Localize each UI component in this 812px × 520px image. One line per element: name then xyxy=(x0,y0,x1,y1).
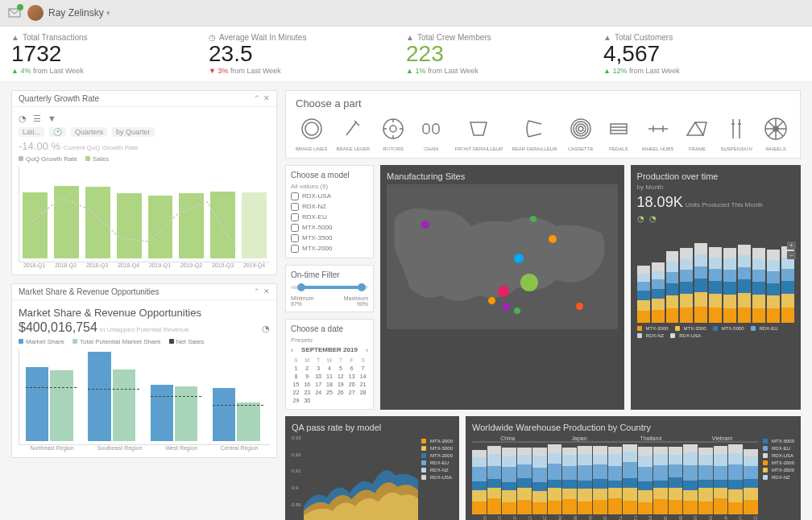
chart-icon[interactable]: ◔ xyxy=(262,324,270,334)
part-rotors[interactable]: ROTORS xyxy=(379,114,408,151)
calendar-day[interactable]: 11 xyxy=(325,373,335,380)
panel-choose-part: Choose a part BRAKE LINESBRAKE LEVERROTO… xyxy=(285,90,801,159)
collapse-icon[interactable]: ⌃ xyxy=(254,94,260,102)
calendar-day[interactable]: 19 xyxy=(335,381,346,388)
world-map[interactable] xyxy=(387,184,618,329)
calendar-day[interactable]: 14 xyxy=(358,373,368,380)
model-checkbox[interactable]: RDX-USA xyxy=(291,192,368,200)
next-month-icon[interactable]: › xyxy=(366,346,368,354)
collapse-icon[interactable]: ⌃ xyxy=(254,287,260,295)
calendar-day[interactable]: 8 xyxy=(291,373,301,380)
model-checkbox[interactable]: RDX-EU xyxy=(291,213,368,221)
growth-bar-chart xyxy=(19,166,270,262)
zoom-in-icon[interactable]: + xyxy=(787,241,796,250)
part-rear-derailleur[interactable]: REAR DERAILLEUR xyxy=(512,114,557,151)
calendar-day[interactable]: 30 xyxy=(302,397,313,404)
calendar-day[interactable]: 22 xyxy=(291,389,301,396)
filter-model: Choose a model All values (6) RDX-USARDX… xyxy=(285,165,374,258)
part-suspension[interactable]: SUSPENSION xyxy=(721,114,752,151)
kpi-wait: ◷Average Wait In Minutes 23.5 ▼ 3% from … xyxy=(209,33,406,75)
calendar-day[interactable]: 25 xyxy=(325,389,335,396)
calendar-day[interactable]: 27 xyxy=(346,389,357,396)
calendar-day[interactable]: 23 xyxy=(302,389,313,396)
svg-point-9 xyxy=(576,124,586,134)
calendar-day[interactable]: 6 xyxy=(346,365,357,372)
part-wheel-hubs[interactable]: WHEEL HUBS xyxy=(642,114,673,151)
close-icon[interactable]: ✕ xyxy=(263,287,270,295)
ontime-slider[interactable] xyxy=(291,286,368,289)
calendar-day[interactable]: 28 xyxy=(358,389,368,396)
calendar-day[interactable]: 17 xyxy=(313,381,324,388)
chart2-icon[interactable]: ◔ xyxy=(649,214,657,223)
qa-chart xyxy=(304,435,418,520)
close-icon[interactable]: ✕ xyxy=(263,94,270,102)
part-brake-lever[interactable]: BRAKE LEVER xyxy=(336,114,370,151)
part-icon xyxy=(644,114,673,143)
grid-icon[interactable]: ☰ xyxy=(33,113,41,124)
avatar[interactable] xyxy=(27,5,44,21)
calendar-day[interactable]: 24 xyxy=(313,389,324,396)
part-brake-lines[interactable]: BRAKE LINES xyxy=(296,114,327,151)
part-icon xyxy=(682,114,711,143)
calendar-day[interactable]: 1 xyxy=(291,365,301,372)
panel-qa-rate: QA pass rate by model 0.930.920.910.90.8… xyxy=(285,416,459,520)
part-wheels[interactable]: WHEELS xyxy=(761,114,790,151)
part-icon xyxy=(604,114,633,143)
svg-point-2 xyxy=(305,122,318,135)
part-pedals[interactable]: PEDALS xyxy=(604,114,633,151)
calendar-day[interactable]: 10 xyxy=(313,373,324,380)
calendar-day[interactable]: 21 xyxy=(358,381,368,388)
kpi-transactions: ▲Total Transactions 1732 ▲ 4% from Last … xyxy=(11,33,209,75)
mail-icon[interactable] xyxy=(8,6,21,19)
part-cassette[interactable]: CASSETTE xyxy=(566,114,595,151)
model-checkbox[interactable]: MTX-3500 xyxy=(291,234,368,242)
filter-ontime: On-time Filter Minimum87% Maximum98% xyxy=(285,265,374,312)
svg-rect-6 xyxy=(433,124,439,134)
calendar-day[interactable]: 16 xyxy=(302,381,313,388)
kpi-row: ▲Total Transactions 1732 ▲ 4% from Last … xyxy=(0,27,812,82)
chart-icon[interactable]: ◔ xyxy=(637,214,644,223)
calendar-day[interactable]: 26 xyxy=(335,389,346,396)
calendar-day[interactable]: 15 xyxy=(291,381,301,388)
notification-badge xyxy=(17,4,23,10)
calendar-day[interactable]: 29 xyxy=(291,397,301,404)
calendar-day[interactable]: 2 xyxy=(302,365,313,372)
part-icon xyxy=(416,114,445,143)
zoom-out-icon[interactable]: − xyxy=(787,251,796,259)
topbar: Ray Zelinsky ▾ xyxy=(0,0,812,27)
chevron-down-icon[interactable]: ▾ xyxy=(106,9,110,17)
kpi-crew: ▲Total Crew Members 223 ▲ 1% from Last W… xyxy=(406,33,603,75)
part-chain[interactable]: CHAIN xyxy=(416,114,445,151)
calendar-day[interactable]: 7 xyxy=(358,365,368,372)
calendar-day[interactable]: 13 xyxy=(346,373,357,380)
part-icon xyxy=(338,114,367,143)
model-checkbox[interactable]: MTX-5000 xyxy=(291,224,368,232)
calendar-day[interactable]: 3 xyxy=(313,365,324,372)
calendar-day[interactable]: 4 xyxy=(325,365,335,372)
calendar-day[interactable]: 20 xyxy=(346,381,357,388)
calendar-day[interactable]: 12 xyxy=(335,373,346,380)
part-icon xyxy=(761,114,790,143)
part-icon xyxy=(566,114,595,143)
calendar-day[interactable]: 5 xyxy=(335,365,346,372)
market-share-chart xyxy=(19,349,270,445)
part-front-derailleur[interactable]: FRONT DERAILLEUR xyxy=(454,114,503,151)
user-name[interactable]: Ray Zelinsky xyxy=(48,7,104,19)
calendar-day[interactable]: 18 xyxy=(325,381,335,388)
filter-icon[interactable]: ▼ xyxy=(48,113,56,124)
panel-warehouse: Worldwide Warehouse Production by Countr… xyxy=(466,416,801,520)
part-icon xyxy=(297,114,326,143)
model-checkbox[interactable]: MTX-2000 xyxy=(291,245,368,253)
part-icon xyxy=(520,114,549,143)
model-checkbox[interactable]: RDX-NZ xyxy=(291,203,368,211)
breadcrumb[interactable]: Lati... 🕑 Quarters by Quarter xyxy=(19,127,270,137)
kpi-customers: ▲Total Customers 4,567 ▲ 12% from Last W… xyxy=(603,33,801,75)
svg-rect-5 xyxy=(423,124,429,134)
panel-title: Quarterly Growth Rate xyxy=(19,94,99,103)
panel-manufacturing-sites: Manufacturing Sites xyxy=(380,165,624,410)
prev-month-icon[interactable]: ‹ xyxy=(291,346,293,354)
part-frame[interactable]: FRAME xyxy=(682,114,711,151)
panel-title: Market Share & Revenue Opportunities xyxy=(19,287,160,296)
calendar-day[interactable]: 9 xyxy=(302,373,313,380)
chart-icon[interactable]: ◔ xyxy=(19,113,27,124)
